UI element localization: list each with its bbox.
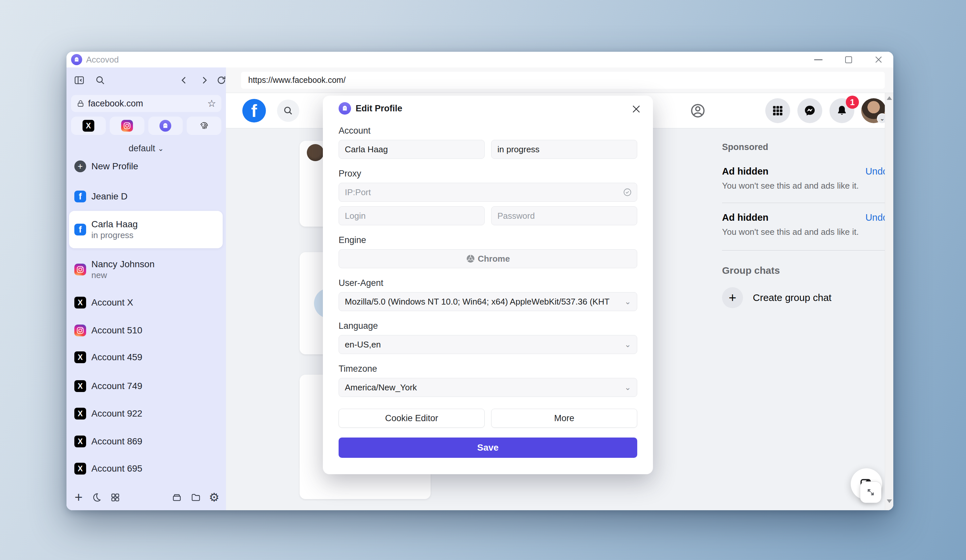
search-icon[interactable] (95, 75, 106, 86)
scroll-up-arrow[interactable] (887, 96, 892, 100)
profile-name: Account 510 (91, 325, 143, 336)
save-button[interactable]: Save (338, 437, 637, 458)
language-select[interactable]: en-US,en ⌄ (338, 335, 637, 354)
group-chats-heading: Group chats (722, 265, 888, 276)
address-toolbar (226, 67, 893, 93)
instagram-icon (74, 325, 86, 336)
minimize-button[interactable] (813, 55, 823, 64)
tab-fingerprint[interactable] (187, 117, 221, 135)
notifications-button[interactable]: 1 (830, 98, 854, 123)
proxy-password-input[interactable] (491, 206, 637, 225)
cookie-editor-button[interactable]: Cookie Editor (338, 409, 485, 428)
profile-row-account-922[interactable]: X Account 922 (69, 403, 223, 424)
chevron-down-icon: ⌄ (158, 145, 164, 153)
ad-hidden-title: Ad hidden (722, 212, 769, 223)
profile-row-carla-selected[interactable]: f Carla Haag in progress (69, 211, 223, 248)
dark-mode-moon-icon[interactable] (90, 491, 102, 504)
tab-ghost-profile[interactable] (148, 117, 183, 135)
account-status-input[interactable] (491, 140, 637, 159)
more-button[interactable]: More (491, 409, 637, 428)
account-name-input[interactable] (338, 140, 485, 159)
sidebar-bottom-bar: + ⚙ (66, 491, 226, 505)
create-group-chat-button[interactable]: + Create group chat (722, 287, 888, 308)
profile-row-account-749[interactable]: X Account 749 (69, 376, 223, 397)
facebook-logo[interactable]: f (242, 99, 266, 123)
modal-header: Edit Profile (338, 95, 637, 115)
maximize-button[interactable] (844, 55, 853, 64)
resize-handle-button[interactable] (860, 481, 882, 503)
workspace-selector[interactable]: default ⌄ (66, 143, 226, 154)
profile-row-account-459[interactable]: X Account 459 (69, 347, 223, 368)
proxy-login-input[interactable] (338, 206, 485, 225)
profile-row-account-869[interactable]: X Account 869 (69, 431, 223, 452)
user-agent-select[interactable]: Mozilla/5.0 (Windows NT 10.0; Win64; x64… (338, 292, 637, 311)
notification-badge: 1 (846, 95, 859, 109)
toggle-sidebar-icon[interactable] (74, 75, 85, 86)
apps-grid-icon[interactable] (109, 491, 122, 504)
instagram-icon (74, 264, 86, 276)
address-bar-input[interactable] (241, 72, 885, 89)
ghost-icon (159, 120, 171, 131)
messenger-button[interactable] (797, 98, 822, 123)
hidden-ad-card: Ad hidden Undo You won't see this ad and… (722, 166, 888, 191)
profile-name: Account 922 (91, 408, 143, 419)
site-url: facebook.com (88, 99, 204, 109)
settings-gear-icon[interactable]: ⚙ (208, 491, 220, 504)
profile-row-account-510[interactable]: Account 510 (69, 320, 223, 341)
check-circle-icon[interactable] (623, 188, 632, 197)
user-agent-value: Mozilla/5.0 (Windows NT 10.0; Win64; x64… (345, 297, 610, 307)
engine-label: Engine (338, 235, 637, 245)
profile-name: Account X (91, 297, 133, 308)
profile-row-account-x[interactable]: X Account X (69, 292, 223, 313)
scroll-down-arrow[interactable] (887, 499, 892, 503)
site-pill[interactable]: facebook.com ☆ (71, 95, 221, 112)
timezone-select[interactable]: America/New_York ⌄ (338, 378, 637, 397)
sidebar-nav-row (66, 67, 226, 93)
scrollbar[interactable] (885, 93, 893, 510)
plus-icon: + (722, 287, 743, 308)
reload-icon[interactable] (216, 75, 227, 86)
facebook-search-button[interactable] (277, 100, 299, 122)
workspace-label: default (129, 143, 155, 154)
new-profile-button[interactable]: + New Profile (69, 156, 223, 177)
create-group-chat-label: Create group chat (753, 292, 831, 303)
profile-row-nancy[interactable]: Nancy Johnson new (69, 259, 223, 280)
close-icon[interactable] (631, 103, 642, 115)
timezone-value: America/New_York (345, 383, 417, 392)
menu-grid-button[interactable] (765, 98, 790, 123)
close-window-button[interactable] (874, 55, 884, 64)
back-icon[interactable] (179, 75, 190, 86)
bookmark-star-icon[interactable]: ☆ (207, 99, 216, 108)
forward-icon[interactable] (199, 75, 210, 86)
tab-instagram[interactable] (110, 117, 145, 135)
language-label: Language (338, 321, 637, 331)
profile-row-account-695[interactable]: X Account 695 (69, 458, 223, 479)
ghost-icon (338, 102, 351, 115)
x-icon: X (74, 408, 86, 419)
folder-icon[interactable] (190, 491, 202, 504)
add-icon[interactable]: + (72, 491, 85, 504)
tab-x[interactable]: X (71, 117, 106, 135)
proxy-ip-port-input[interactable] (338, 183, 637, 202)
profile-switch-icon[interactable] (690, 102, 706, 119)
profile-row-jeanie[interactable]: f Jeanie D (69, 186, 223, 207)
sponsored-heading: Sponsored (722, 142, 888, 152)
archive-box-icon[interactable] (171, 491, 183, 504)
proxy-label: Proxy (338, 169, 637, 179)
platform-tabs: X (71, 117, 221, 135)
x-icon: X (74, 297, 86, 309)
ad-hidden-description: You won't see this ad and ads like it. (722, 227, 888, 237)
x-icon: X (74, 463, 86, 475)
ad-hidden-title: Ad hidden (722, 166, 769, 177)
feed-avatar (307, 144, 324, 161)
profile-avatar[interactable]: ⌄ (861, 98, 886, 123)
profile-name: Account 459 (91, 352, 143, 363)
profile-status: in progress (91, 230, 138, 240)
app-title: Accovod (86, 55, 119, 65)
engine-chrome-button[interactable]: Chrome (338, 249, 637, 268)
account-label: Account (338, 126, 637, 136)
app-logo-icon (71, 54, 82, 65)
titlebar: Accovod (66, 52, 893, 67)
timezone-label: Timezone (338, 364, 637, 374)
app-window: Accovod (66, 52, 893, 510)
